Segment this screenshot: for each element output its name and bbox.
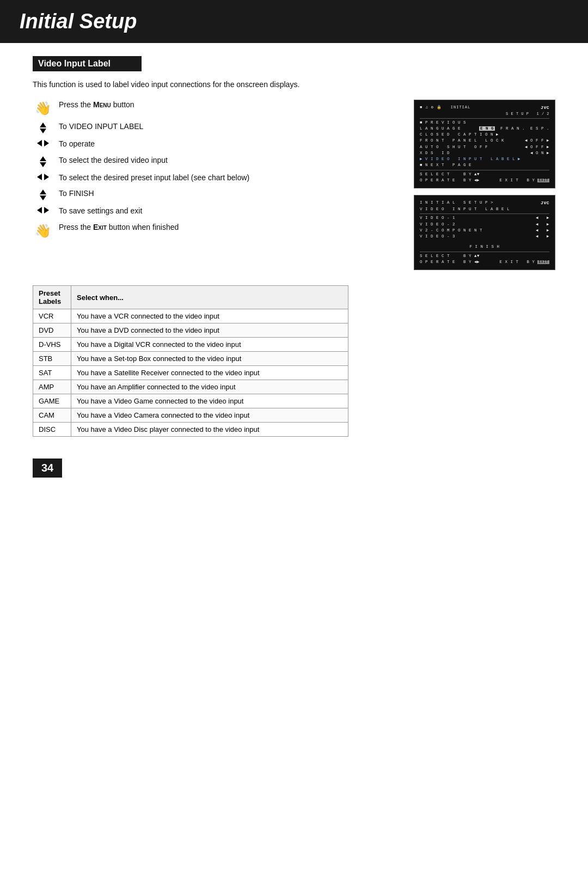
- section-header: Video Input Label: [33, 56, 142, 71]
- instruction-3: To operate: [33, 139, 397, 150]
- table-cell-label: VCR: [33, 309, 71, 323]
- osd-screen-1: ■ ♫ ⚙ 🔒 INITIAL JVC S E T U P 1 / 2 ■ P …: [414, 100, 555, 188]
- table-row: CAM You have a Video Camera connected to…: [33, 408, 348, 423]
- instruction-text-1: Press the Menu button: [59, 100, 397, 111]
- table-cell-label: AMP: [33, 380, 71, 394]
- table-row: DVD You have a DVD connected to the vide…: [33, 323, 348, 338]
- table-cell-description: You have a DVD connected to the video in…: [71, 323, 348, 338]
- table-cell-label: D-VHS: [33, 338, 71, 352]
- table-row: AMP You have an Amplifier connected to t…: [33, 380, 348, 394]
- table-header-select: Select when...: [71, 286, 348, 309]
- osd-screen-2: I N I T I A L S E T U P > JVC V I D E O …: [414, 195, 555, 270]
- table-row: SAT You have a Satellite Receiver connec…: [33, 366, 348, 380]
- table-cell-label: GAME: [33, 394, 71, 408]
- table-cell-description: You have a Satellite Receiver connected …: [71, 366, 348, 380]
- instructions-column: 👋 Press the Menu button To VIDEO INPUT L…: [33, 100, 397, 270]
- leftright-icon-1: [33, 139, 53, 146]
- table-cell-label: DVD: [33, 323, 71, 338]
- table-row: GAME You have a Video Game connected to …: [33, 394, 348, 408]
- instruction-text-3: To operate: [59, 139, 397, 150]
- screens-column: ■ ♫ ⚙ 🔒 INITIAL JVC S E T U P 1 / 2 ■ P …: [414, 100, 555, 270]
- leftright-icon-2: [33, 173, 53, 180]
- instruction-6: To FINISH: [33, 188, 397, 200]
- page-number-section: 34: [33, 459, 555, 478]
- instruction-text-4: To select the desired video input: [59, 155, 397, 166]
- table-cell-description: You have a Set-top Box connected to the …: [71, 352, 348, 366]
- updown-icon-2: [33, 155, 53, 167]
- table-row: D-VHS You have a Digital VCR connected t…: [33, 338, 348, 352]
- instruction-text-5: To select the desired preset input label…: [59, 173, 397, 184]
- table-row: DISC You have a Video Disc player connec…: [33, 423, 348, 437]
- table-header-preset: PresetLabels: [33, 286, 71, 309]
- leftright-icon-3: [33, 206, 53, 213]
- table-cell-description: You have a VCR connected to the video in…: [71, 309, 348, 323]
- instruction-text-2: To VIDEO INPUT LABEL: [59, 121, 397, 132]
- updown-icon-3: [33, 188, 53, 200]
- preset-table-section: PresetLabels Select when... VCR You have…: [33, 285, 555, 437]
- page-title: Initial Setup: [20, 10, 568, 33]
- hand-icon-2: 👋: [33, 222, 53, 239]
- table-cell-label: SAT: [33, 366, 71, 380]
- instruction-1: 👋 Press the Menu button: [33, 100, 397, 116]
- table-cell-label: STB: [33, 352, 71, 366]
- main-content: 👋 Press the Menu button To VIDEO INPUT L…: [33, 100, 555, 270]
- table-row: VCR You have a VCR connected to the vide…: [33, 309, 348, 323]
- table-cell-description: You have a Digital VCR connected to the …: [71, 338, 348, 352]
- page-number: 34: [33, 459, 62, 478]
- instruction-8: 👋 Press the Exit button when finished: [33, 222, 397, 239]
- table-cell-label: CAM: [33, 408, 71, 423]
- page-title-bar: Initial Setup: [0, 0, 588, 43]
- instruction-text-8: Press the Exit button when finished: [59, 222, 397, 233]
- table-cell-description: You have a Video Disc player connected t…: [71, 423, 348, 437]
- hand-icon-1: 👋: [33, 100, 53, 116]
- table-cell-description: You have an Amplifier connected to the v…: [71, 380, 348, 394]
- instruction-5: To select the desired preset input label…: [33, 173, 397, 184]
- table-cell-description: You have a Video Camera connected to the…: [71, 408, 348, 423]
- instruction-text-6: To FINISH: [59, 188, 397, 199]
- updown-icon-1: [33, 121, 53, 133]
- instruction-4: To select the desired video input: [33, 155, 397, 167]
- instruction-7: To save settings and exit: [33, 206, 397, 217]
- section-description: This function is used to label video inp…: [33, 80, 555, 89]
- instruction-text-7: To save settings and exit: [59, 206, 397, 217]
- table-cell-description: You have a Video Game connected to the v…: [71, 394, 348, 408]
- preset-table: PresetLabels Select when... VCR You have…: [33, 285, 348, 437]
- table-row: STB You have a Set-top Box connected to …: [33, 352, 348, 366]
- instruction-2: To VIDEO INPUT LABEL: [33, 121, 397, 133]
- table-cell-label: DISC: [33, 423, 71, 437]
